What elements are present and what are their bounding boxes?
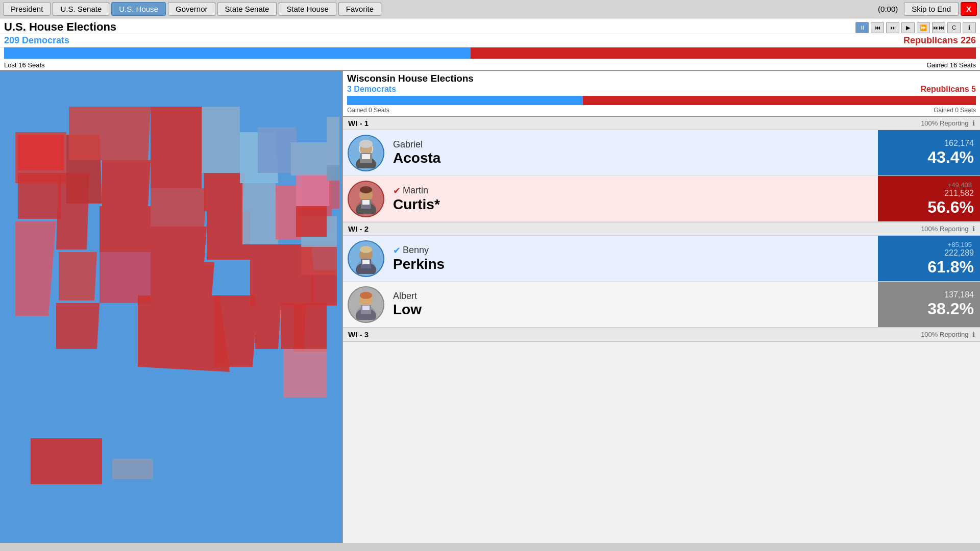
- svg-marker-14: [151, 147, 202, 188]
- nav-favorite[interactable]: Favorite: [338, 2, 381, 16]
- curtis-results: +49,408 211,582 56.6%: [878, 176, 980, 221]
- fast-forward-button[interactable]: ⏩: [917, 22, 930, 33]
- district-wi1-header: WI - 1 100% Reporting ℹ: [343, 117, 980, 130]
- svg-marker-34: [283, 349, 327, 397]
- low-last: Low: [393, 302, 874, 318]
- nav-us-house[interactable]: U.S. House: [111, 2, 166, 16]
- curtis-margin: +49,408: [948, 181, 972, 189]
- district-wi1-reporting: 100% Reporting ℹ: [921, 119, 975, 127]
- perkins-last: Perkins: [393, 256, 874, 272]
- low-first: Albert: [393, 291, 874, 302]
- svg-marker-46: [112, 459, 153, 479]
- svg-marker-23: [242, 183, 278, 244]
- skip-forward-button[interactable]: ⏭⏭: [932, 22, 945, 33]
- svg-point-52: [359, 140, 373, 148]
- svg-marker-38: [296, 206, 327, 237]
- svg-marker-15: [151, 188, 207, 227]
- nav-us-senate[interactable]: U.S. Senate: [53, 2, 109, 16]
- reset-button[interactable]: C: [947, 22, 961, 33]
- svg-marker-44: [329, 181, 339, 209]
- district-wi3-header: WI - 3 100% Reporting ℹ: [343, 328, 980, 341]
- district-wi1-name: WI - 1: [348, 119, 369, 128]
- svg-marker-10: [100, 206, 151, 252]
- svg-marker-19: [202, 107, 240, 173]
- svg-marker-8: [102, 160, 151, 206]
- nav-state-house[interactable]: State House: [279, 2, 336, 16]
- district-wi3-name: WI - 3: [348, 330, 369, 339]
- info-icon-3[interactable]: ℹ: [972, 331, 975, 338]
- play-button[interactable]: ▶: [901, 22, 915, 33]
- wi-dem-progress: [347, 96, 583, 105]
- perkins-margin: +85,105: [948, 241, 972, 248]
- curtis-avatar: [348, 181, 384, 217]
- curtis-first: Martin: [403, 185, 428, 196]
- perkins-info: ✔ Benny Perkins: [389, 236, 878, 281]
- district-wi1: WI - 1 100% Reporting ℹ: [343, 117, 980, 222]
- low-pct: 38.2%: [927, 299, 974, 318]
- main-content: Wisconsin House Elections 3 Democrats Re…: [0, 71, 980, 543]
- svg-marker-39: [296, 173, 332, 206]
- info-icon[interactable]: ℹ: [972, 119, 975, 127]
- acosta-results: 162,174 43.4%: [878, 130, 980, 176]
- curtis-info: ✔ Martin Curtis*: [389, 176, 878, 221]
- national-progress-bar: [0, 47, 980, 60]
- svg-marker-20: [204, 173, 245, 211]
- info-icon-2[interactable]: ℹ: [972, 225, 975, 233]
- pause-button[interactable]: ⏸: [855, 22, 869, 33]
- svg-marker-29: [214, 295, 255, 331]
- perkins-avatar-container: [343, 236, 389, 281]
- top-navigation: President U.S. Senate U.S. House Governo…: [0, 0, 980, 18]
- dem-progress: [4, 47, 471, 59]
- svg-point-58: [360, 186, 372, 193]
- svg-marker-17: [151, 262, 214, 295]
- perkins-avatar: [348, 240, 384, 277]
- district-wi2-name: WI - 2: [348, 224, 369, 233]
- curtis-avatar-container: [343, 176, 389, 221]
- acosta-last: Acosta: [393, 150, 874, 166]
- candidate-acosta: Gabriel Acosta 162,174 43.4%: [343, 130, 980, 176]
- close-button[interactable]: X: [961, 2, 977, 16]
- perkins-winner-check: ✔: [393, 245, 401, 256]
- acosta-info: Gabriel Acosta: [389, 130, 878, 176]
- svg-marker-40: [291, 142, 332, 176]
- svg-marker-7: [69, 107, 151, 160]
- rep-score: Republicans 226: [903, 35, 976, 46]
- progress-track: [4, 47, 976, 59]
- curtis-votes: 211,582: [944, 189, 974, 198]
- district-wi2: WI - 2 100% Reporting ℹ: [343, 222, 980, 328]
- nav-governor[interactable]: Governor: [168, 2, 215, 16]
- svg-rect-63: [362, 260, 370, 264]
- district-wi3: WI - 3 100% Reporting ℹ: [343, 328, 980, 342]
- wi-seats-labels: Gained 0 Seats Gained 0 Seats: [347, 107, 976, 114]
- us-map: [0, 71, 342, 543]
- low-avatar-container: [343, 282, 389, 327]
- acosta-avatar: [348, 135, 384, 171]
- low-results: 137,184 38.2%: [878, 282, 980, 327]
- wisconsin-header: Wisconsin House Elections 3 Democrats Re…: [343, 71, 980, 117]
- acosta-pct: 43.4%: [927, 148, 974, 167]
- acosta-first: Gabriel: [393, 139, 874, 150]
- playback-controls: ⏸ ⏮ ⏭ ▶ ⏩ ⏭⏭ C ℹ: [855, 22, 976, 33]
- perkins-pct: 61.8%: [927, 258, 974, 277]
- nav-president[interactable]: President: [3, 2, 51, 16]
- wi-progress-track: [347, 96, 976, 105]
- svg-marker-41: [327, 137, 339, 165]
- svg-marker-45: [31, 438, 102, 484]
- step-forward-button[interactable]: ⏭: [886, 22, 899, 33]
- step-back-button[interactable]: ⏮: [871, 22, 884, 33]
- perkins-votes: 222,289: [944, 248, 974, 258]
- curtis-pct: 56.6%: [927, 198, 974, 217]
- svg-marker-33: [293, 303, 327, 352]
- page-title: U.S. House Elections: [4, 20, 116, 34]
- info-button[interactable]: ℹ: [963, 22, 976, 33]
- national-score-bar: 209 Democrats Republicans 226: [0, 34, 980, 47]
- candidate-perkins: ✔ Benny Perkins +85,105 222,289 61.8%: [343, 236, 980, 282]
- svg-marker-31: [255, 306, 281, 349]
- svg-marker-35: [311, 270, 337, 306]
- district-wi2-reporting: 100% Reporting ℹ: [921, 225, 975, 233]
- seats-labels: Lost 16 Seats Gained 16 Seats: [0, 60, 980, 71]
- nav-state-senate[interactable]: State Senate: [217, 2, 277, 16]
- skip-to-end-button[interactable]: Skip to End: [904, 2, 959, 16]
- gained-seats-label: Gained 16 Seats: [926, 61, 976, 69]
- wi-rep-score: Republicans 5: [921, 85, 976, 94]
